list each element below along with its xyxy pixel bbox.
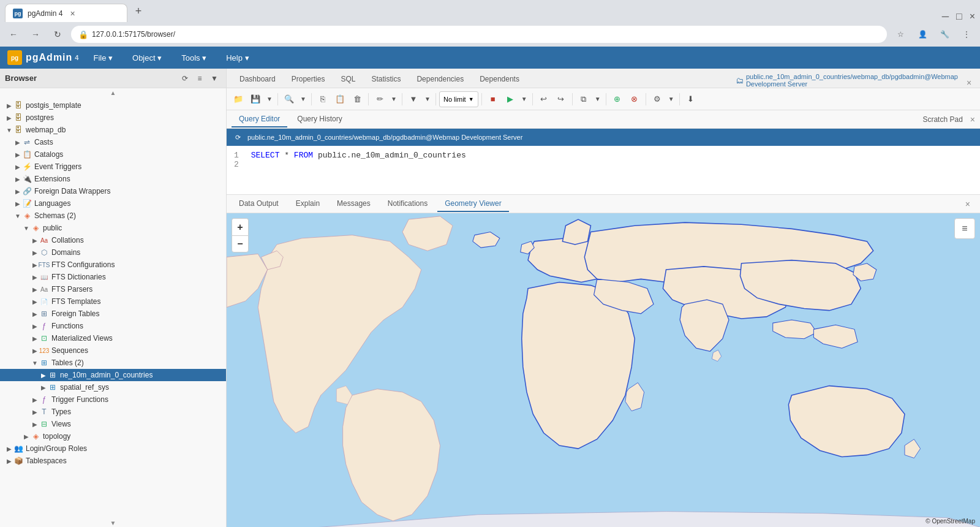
toggle-trigger-functions[interactable]: ▶	[31, 395, 39, 404]
tree-item-tablespaces[interactable]: ▶ 📦 Tablespaces	[0, 455, 226, 467]
row-limit-dropdown[interactable]: No limit ▼	[439, 91, 478, 107]
toggle-tables[interactable]: ▼	[31, 358, 39, 367]
tree-item-login-roles[interactable]: ▶ 👥 Login/Group Roles	[0, 442, 226, 455]
tree-item-postgis-template[interactable]: ▶ 🗄 postgis_template	[0, 99, 226, 112]
toggle-ne10m[interactable]: ▶	[39, 371, 48, 379]
scroll-up-arrow[interactable]: ▲	[110, 89, 116, 96]
filter-button[interactable]: ▼	[405, 91, 421, 107]
settings-button[interactable]: ⋮	[958, 26, 975, 43]
tab-explain[interactable]: Explain	[288, 196, 327, 212]
new-tab-button[interactable]: +	[130, 2, 147, 20]
zoom-out-button[interactable]: −	[232, 235, 249, 252]
tree-item-fts-dicts[interactable]: ▶ 📖 FTS Dictionaries	[0, 271, 226, 283]
tab-dependencies[interactable]: Dependencies	[409, 70, 472, 88]
toggle-login-roles[interactable]: ▶	[5, 444, 13, 453]
tree-item-tables[interactable]: ▼ ⊞ Tables (2)	[0, 357, 226, 369]
tree-item-types[interactable]: ▶ T Types	[0, 406, 226, 418]
tree-item-webmap-db[interactable]: ▼ 🗄 webmap_db	[0, 124, 226, 136]
toggle-fts-dicts[interactable]: ▶	[31, 273, 39, 281]
tab-messages[interactable]: Messages	[330, 196, 378, 212]
tree-item-schemas[interactable]: ▼ ◈ Schemas (2)	[0, 210, 226, 222]
toggle-fts-templates[interactable]: ▶	[31, 297, 39, 306]
toggle-webmap-db[interactable]: ▼	[5, 126, 13, 134]
tree-item-views[interactable]: ▶ ⊟ Views	[0, 418, 226, 430]
sql-editor[interactable]: 1 SELECT * FROM public.ne_10m_admin_0_co…	[227, 146, 980, 195]
undo-button[interactable]: ↩	[536, 91, 552, 107]
copy-button[interactable]: ⎘	[315, 91, 331, 107]
tree-item-trigger-functions[interactable]: ▶ ƒ Trigger Functions	[0, 393, 226, 406]
tree-item-fdw[interactable]: ▶ 🔗 Foreign Data Wrappers	[0, 185, 226, 197]
toggle-fts-parsers[interactable]: ▶	[31, 285, 39, 294]
toggle-tablespaces[interactable]: ▶	[5, 457, 13, 465]
scratch-pad-close[interactable]: ×	[970, 115, 975, 124]
open-file-button[interactable]: 📁	[230, 91, 246, 107]
tab-data-output[interactable]: Data Output	[232, 196, 286, 212]
find-button[interactable]: 🔍	[281, 91, 297, 107]
paste-button[interactable]: 📋	[332, 91, 348, 107]
save-dropdown-button[interactable]: ▼	[265, 91, 274, 107]
tree-item-catalogs[interactable]: ▶ 📋 Catalogs	[0, 148, 226, 161]
tree-item-fts-configs[interactable]: ▶ FTS FTS Configurations	[0, 259, 226, 271]
menu-file[interactable]: File ▾	[88, 51, 118, 65]
tab-geometry-viewer[interactable]: Geometry Viewer	[437, 196, 508, 212]
toggle-views[interactable]: ▶	[31, 420, 39, 428]
toggle-domains[interactable]: ▶	[31, 248, 39, 257]
maximize-button[interactable]: □	[956, 11, 962, 22]
download-button[interactable]: ⬇	[683, 91, 699, 107]
menu-help[interactable]: Help ▾	[221, 51, 254, 65]
toggle-functions[interactable]: ▶	[31, 322, 39, 330]
tree-item-extensions[interactable]: ▶ 🔌 Extensions	[0, 173, 226, 185]
minimize-button[interactable]: ─	[942, 11, 949, 22]
delete-button[interactable]: 🗑	[349, 91, 365, 107]
tree-item-public[interactable]: ▼ ◈ public	[0, 222, 226, 234]
edit-button[interactable]: ✏	[372, 91, 388, 107]
toggle-extensions[interactable]: ▶	[13, 175, 22, 183]
tab-dependents[interactable]: Dependents	[472, 70, 527, 88]
tree-item-functions[interactable]: ▶ ƒ Functions	[0, 320, 226, 332]
toggle-catalogs[interactable]: ▶	[13, 150, 22, 159]
close-window-button[interactable]: ×	[970, 11, 975, 22]
toggle-spatial-ref[interactable]: ▶	[39, 383, 48, 392]
toggle-languages[interactable]: ▶	[13, 199, 22, 208]
tree-item-topology[interactable]: ▶ ◈ topology	[0, 430, 226, 442]
tree-item-postgres[interactable]: ▶ 🗄 postgres	[0, 112, 226, 124]
results-close-button[interactable]: ×	[960, 199, 975, 209]
toggle-fdw[interactable]: ▶	[13, 187, 22, 195]
tree-item-ne10m[interactable]: ▶ ⊞ ne_10m_admin_0_countries	[0, 369, 226, 381]
find-dropdown-button[interactable]: ▼	[298, 91, 308, 107]
tree-item-collations[interactable]: ▶ Aa Collations	[0, 234, 226, 246]
toggle-materialized-views[interactable]: ▶	[31, 334, 39, 343]
tab-query-editor[interactable]: Query Editor	[232, 112, 287, 127]
filter-button[interactable]: ▼	[208, 72, 221, 85]
scroll-down-arrow[interactable]: ▼	[110, 520, 116, 526]
toggle-event-triggers[interactable]: ▶	[13, 162, 22, 171]
tab-notifications[interactable]: Notifications	[380, 196, 435, 212]
commit-button[interactable]: ⊕	[609, 91, 625, 107]
panel-close-button[interactable]: ×	[963, 78, 975, 88]
save-button[interactable]: 💾	[247, 91, 263, 107]
tab-close-button[interactable]: ×	[70, 9, 75, 18]
toggle-foreign-tables[interactable]: ▶	[31, 309, 39, 318]
tree-item-spatial-ref[interactable]: ▶ ⊞ spatial_ref_sys	[0, 381, 226, 393]
tree-item-event-triggers[interactable]: ▶ ⚡ Event Triggers	[0, 161, 226, 173]
forward-button[interactable]: →	[27, 26, 44, 43]
copy-rows-dropdown-button[interactable]: ▼	[593, 91, 603, 107]
toggle-public[interactable]: ▼	[22, 224, 31, 232]
redo-button[interactable]: ↪	[553, 91, 569, 107]
view-toggle-button[interactable]: ≡	[193, 72, 206, 85]
tree-item-languages[interactable]: ▶ 📝 Languages	[0, 197, 226, 210]
toggle-schemas[interactable]: ▼	[13, 211, 22, 220]
format-dropdown-button[interactable]: ▼	[666, 91, 676, 107]
rollback-button[interactable]: ⊗	[627, 91, 643, 107]
toggle-topology[interactable]: ▶	[22, 432, 31, 441]
tab-statistics[interactable]: Statistics	[363, 70, 409, 88]
browser-tab[interactable]: pg pgAdmin 4 ×	[5, 4, 127, 22]
format-button[interactable]: ⚙	[649, 91, 665, 107]
execute-button[interactable]: ▶	[502, 91, 518, 107]
menu-object[interactable]: Object ▾	[127, 51, 167, 65]
breadcrumb-tab[interactable]: 🗂 public.ne_10m_admin_0_countries/webmap…	[731, 73, 963, 88]
tree-item-casts[interactable]: ▶ ⇌ Casts	[0, 136, 226, 148]
tree-item-fts-templates[interactable]: ▶ 📄 FTS Templates	[0, 295, 226, 308]
tab-dashboard[interactable]: Dashboard	[232, 70, 284, 88]
stop-button[interactable]: ■	[485, 91, 501, 107]
